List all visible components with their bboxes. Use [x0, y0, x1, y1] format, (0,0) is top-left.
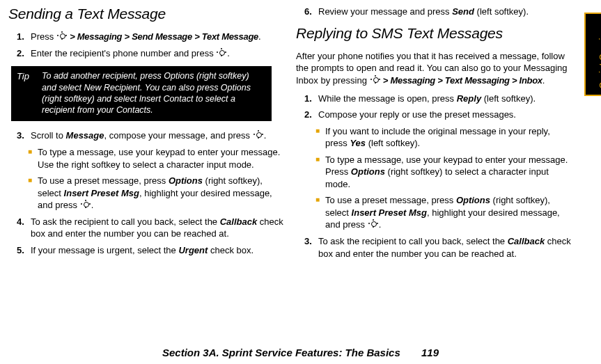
ui-label-message: Message: [66, 130, 104, 141]
right-step-1: 1. While the message is open, press Repl…: [304, 93, 571, 105]
ui-label-options: Options: [351, 166, 385, 177]
step-number: 3.: [304, 235, 318, 260]
step-body: Compose your reply or use the preset mes…: [318, 109, 571, 121]
text: .: [264, 130, 267, 141]
text: While the message is open, press: [318, 93, 457, 104]
left-step-5: 5. If your message is urgent, select the…: [17, 244, 283, 257]
text: .: [258, 31, 261, 42]
text: , compose your message, and press: [104, 130, 253, 141]
bullet-icon: ■: [28, 146, 38, 171]
footer-title: Section 3A. Sprint Service Features: The…: [162, 347, 400, 358]
text: To use a preset message, press: [38, 175, 169, 186]
bullet-icon: ■: [315, 194, 325, 231]
right-sub-2a: ■ If you want to include the original me…: [315, 125, 571, 150]
heading-replying: Replying to SMS Text Messages: [296, 24, 571, 43]
ui-label-send: Send: [452, 6, 474, 17]
right-sub-2c: ■ To use a preset message, press Options…: [315, 194, 571, 231]
tip-label: Tip: [17, 70, 42, 116]
side-tab: Sprint Service: [584, 13, 601, 96]
ui-label-options: Options: [169, 175, 203, 186]
step-body: If your message is urgent, select the Ur…: [31, 244, 283, 257]
text: Press: [31, 31, 56, 42]
ui-label-insert-preset: Insert Preset Msg: [64, 188, 139, 198]
text: To ask the recipient to call you back, s…: [31, 216, 220, 227]
step-body: To ask the recipient to call you back, s…: [318, 235, 571, 260]
ui-label-yes: Yes: [350, 138, 366, 148]
ui-label-insert-preset: Insert Preset Msg: [352, 207, 427, 218]
step-number: 3.: [17, 129, 31, 142]
left-step-3: 3. Scroll to Message, compose your messa…: [17, 129, 283, 142]
text: >: [381, 75, 391, 86]
tip-box: Tip To add another recipient, press Opti…: [11, 66, 272, 121]
nav-key-icon: [216, 49, 227, 57]
step-body: Enter the recipient's phone number and p…: [31, 47, 283, 60]
text: Scroll to: [31, 130, 66, 141]
sub-body: To use a preset message, press Options (…: [325, 194, 571, 231]
left-sub-3b: ■ To use a preset message, press Options…: [28, 175, 283, 212]
bullet-icon: ■: [315, 125, 325, 150]
bullet-icon: ■: [315, 154, 325, 191]
text: .: [379, 219, 382, 230]
ui-label-callback: Callback: [508, 236, 545, 246]
step-number: 6.: [304, 6, 318, 18]
step-body: Review your message and press Send (left…: [318, 6, 571, 18]
step-number: 2.: [304, 109, 318, 121]
nav-key-icon: [368, 220, 379, 228]
text: .: [227, 48, 230, 58]
menu-path: Messaging > Text Messaging > Inbox: [390, 75, 542, 86]
text: >: [68, 31, 77, 42]
step-number: 4.: [17, 216, 31, 240]
ui-label-urgent: Urgent: [178, 245, 208, 255]
text: check box.: [208, 245, 253, 255]
right-sub-2b: ■ To type a message, use your keypad to …: [315, 154, 571, 191]
text: (left softkey).: [474, 6, 529, 17]
left-step-4: 4. To ask the recipient to call you back…: [17, 216, 283, 240]
right-step-3: 3. To ask the recipient to call you back…: [304, 235, 571, 260]
step-number: 2.: [17, 47, 31, 60]
left-column: Sending a Text Message 1. Press > Messag…: [8, 4, 283, 264]
text: (left softkey).: [481, 93, 536, 104]
menu-path: Messaging > Send Message > Text Message: [77, 31, 258, 42]
text: (left softkey).: [366, 138, 420, 148]
step-number: 1.: [304, 93, 318, 105]
text: Enter the recipient's phone number and p…: [31, 48, 216, 58]
nav-key-icon: [80, 200, 91, 209]
step-number: 5.: [17, 244, 31, 257]
left-step-2: 2. Enter the recipient's phone number an…: [17, 47, 283, 60]
page-footer: Section 3A. Sprint Service Features: The…: [0, 347, 601, 358]
sub-body: To use a preset message, press Options (…: [38, 175, 283, 212]
text: .: [543, 75, 545, 86]
right-step-6: 6. Review your message and press Send (l…: [304, 6, 571, 18]
text: If your message is urgent, select the: [31, 245, 178, 255]
right-column: 6. Review your message and press Send (l…: [296, 4, 571, 264]
nav-key-icon: [253, 131, 264, 139]
left-step-1: 1. Press > Messaging > Send Message > Te…: [17, 31, 283, 43]
nav-key-icon: [56, 32, 68, 40]
tip-body: To add another recipient, press Options …: [42, 70, 265, 116]
step-number: 1.: [17, 31, 31, 43]
ui-label-reply: Reply: [457, 93, 481, 104]
left-sub-3a: ■ To type a message, use your keypad to …: [28, 146, 283, 171]
step-body: Press > Messaging > Send Message > Text …: [31, 31, 283, 43]
footer-page-number: 119: [421, 347, 439, 358]
ui-label-callback: Callback: [220, 216, 257, 227]
text: .: [91, 200, 94, 210]
heading-sending: Sending a Text Message: [8, 4, 283, 24]
right-step-2: 2. Compose your reply or use the preset …: [304, 109, 571, 121]
sub-body: If you want to include the original mess…: [325, 125, 571, 150]
page-content: Sending a Text Message 1. Press > Messag…: [0, 0, 601, 264]
text: To use a preset message, press: [325, 195, 456, 205]
text: To ask the recipient to call you back, s…: [318, 236, 508, 246]
nav-key-icon: [370, 76, 381, 84]
intro-paragraph: After your phone notifies you that it ha…: [296, 50, 571, 87]
sub-body: To type a message, use your keypad to en…: [325, 154, 571, 191]
step-body: Scroll to Message, compose your message,…: [31, 129, 283, 142]
ui-label-options: Options: [456, 195, 490, 205]
sub-body: To type a message, use your keypad to en…: [38, 146, 283, 171]
text: Review your message and press: [318, 6, 452, 17]
step-body: While the message is open, press Reply (…: [318, 93, 571, 105]
step-body: To ask the recipient to call you back, s…: [31, 216, 283, 240]
side-tab-label: Sprint Service: [598, 29, 601, 89]
bullet-icon: ■: [28, 175, 38, 212]
